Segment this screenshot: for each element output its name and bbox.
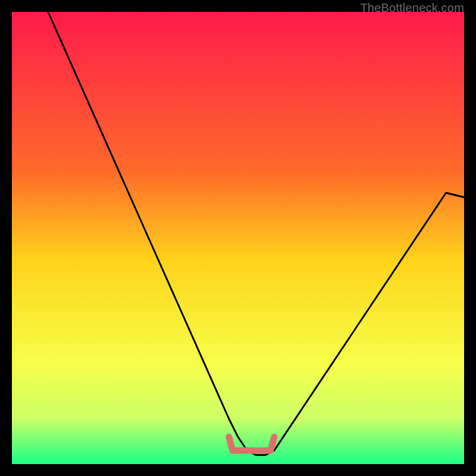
flat-zone-marker bbox=[229, 437, 274, 450]
chart-frame: TheBottleneck.com bbox=[0, 0, 476, 476]
curve-layer bbox=[12, 12, 464, 464]
plot-area bbox=[12, 12, 464, 464]
bottleneck-curve bbox=[48, 12, 464, 455]
